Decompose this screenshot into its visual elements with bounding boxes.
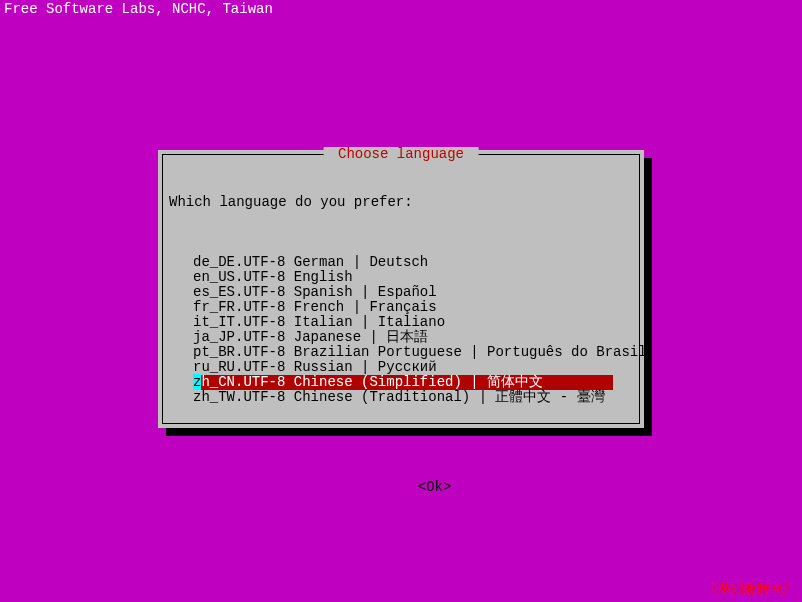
language-option[interactable]: es_ES.UTF-8 Spanish | Español <box>193 285 633 300</box>
language-dialog: Choose language Which language do you pr… <box>158 150 644 428</box>
footer-watermark: 《基础教程网》 <box>705 581 796 596</box>
language-list[interactable]: de_DE.UTF-8 German | Deutschen_US.UTF-8 … <box>193 255 633 405</box>
dialog-title: Choose language <box>324 147 479 162</box>
language-option[interactable]: ru_RU.UTF-8 Russian | Русский <box>193 360 633 375</box>
dialog-body: Which language do you prefer: de_DE.UTF-… <box>163 155 639 540</box>
language-option[interactable]: zh_TW.UTF-8 Chinese (Traditional) | 正體中文… <box>193 390 633 405</box>
language-option[interactable]: ja_JP.UTF-8 Japanese | 日本語 <box>193 330 633 345</box>
language-option[interactable]: en_US.UTF-8 English <box>193 270 633 285</box>
language-option[interactable]: de_DE.UTF-8 German | Deutsch <box>193 255 633 270</box>
dialog-prompt: Which language do you prefer: <box>169 195 633 210</box>
dialog-border: Choose language Which language do you pr… <box>162 154 640 424</box>
page-header: Free Software Labs, NCHC, Taiwan <box>4 2 273 17</box>
language-option[interactable]: it_IT.UTF-8 Italian | Italiano <box>193 315 633 330</box>
ok-button[interactable]: <Ok> <box>418 480 452 495</box>
language-option[interactable]: fr_FR.UTF-8 French | Français <box>193 300 633 315</box>
language-option[interactable]: zh_CN.UTF-8 Chinese (Simplified) | 简体中文 <box>193 375 613 390</box>
language-option[interactable]: pt_BR.UTF-8 Brazilian Portuguese | Portu… <box>193 345 633 360</box>
